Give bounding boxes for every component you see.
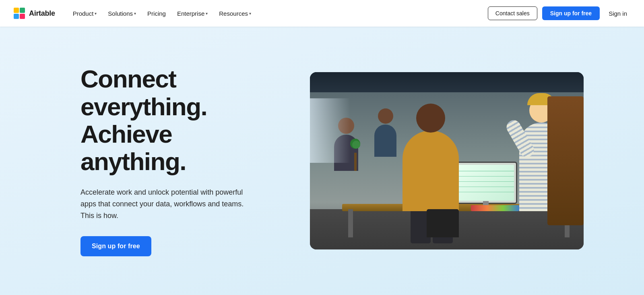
hero-signup-button[interactable]: Sign up for free xyxy=(80,236,151,256)
hero-headline-line4: anything. xyxy=(80,148,186,175)
nav-item-enterprise[interactable]: Enterprise ▾ xyxy=(172,8,213,19)
hero-image-container xyxy=(282,72,612,249)
nav-solutions-chevron: ▾ xyxy=(134,11,136,16)
hero-headline-line2: everything. xyxy=(80,93,207,120)
nav-item-pricing[interactable]: Pricing xyxy=(142,8,171,19)
contact-sales-button[interactable]: Contact sales xyxy=(488,6,537,20)
hero-image xyxy=(310,72,584,249)
svg-rect-2 xyxy=(14,14,19,19)
navbar: Airtable Product ▾ Solutions ▾ Pricing E… xyxy=(0,0,644,27)
hero-headline-line1: Connect xyxy=(80,65,176,93)
person-main xyxy=(402,100,459,211)
person-bg-2 xyxy=(374,108,396,157)
signin-button[interactable]: Sign in xyxy=(605,8,631,19)
hero-subtext: Accelerate work and unlock potential wit… xyxy=(80,187,250,221)
nav-resources-label: Resources xyxy=(219,10,248,17)
nav-item-solutions[interactable]: Solutions ▾ xyxy=(103,8,141,19)
logo-link[interactable]: Airtable xyxy=(13,7,55,20)
nav-enterprise-label: Enterprise xyxy=(177,10,204,17)
nav-enterprise-chevron: ▾ xyxy=(206,11,208,16)
hero-headline-line3: Achieve xyxy=(80,120,172,148)
nav-pricing-label: Pricing xyxy=(147,10,166,17)
airtable-logo-icon xyxy=(13,7,26,20)
desk-leg-1 xyxy=(348,209,353,237)
nav-actions: Contact sales Sign up for free Sign in xyxy=(488,6,631,20)
nav-product-label: Product xyxy=(73,10,94,17)
nav-resources-chevron: ▾ xyxy=(249,11,251,16)
nav-item-product[interactable]: Product ▾ xyxy=(68,8,102,19)
monitor-graphic xyxy=(455,162,517,204)
furniture-right xyxy=(547,96,584,225)
logo-text: Airtable xyxy=(29,9,55,18)
swatches-graphic xyxy=(471,205,519,211)
nav-links: Product ▾ Solutions ▾ Pricing Enterprise… xyxy=(68,8,488,19)
office-scene-graphic xyxy=(310,72,584,249)
hero-section: Connect everything. Achieve anything. Ac… xyxy=(0,27,644,295)
svg-rect-0 xyxy=(14,8,19,13)
stool-graphic xyxy=(427,209,459,237)
hero-headline: Connect everything. Achieve anything. xyxy=(80,65,250,175)
hero-content: Connect everything. Achieve anything. Ac… xyxy=(80,65,250,256)
nav-product-chevron: ▾ xyxy=(95,11,97,16)
svg-rect-3 xyxy=(20,14,25,19)
plant-graphic xyxy=(350,139,360,171)
nav-solutions-label: Solutions xyxy=(108,10,133,17)
nav-item-resources[interactable]: Resources ▾ xyxy=(214,8,256,19)
nav-signup-button[interactable]: Sign up for free xyxy=(542,6,600,20)
svg-rect-1 xyxy=(20,8,25,13)
